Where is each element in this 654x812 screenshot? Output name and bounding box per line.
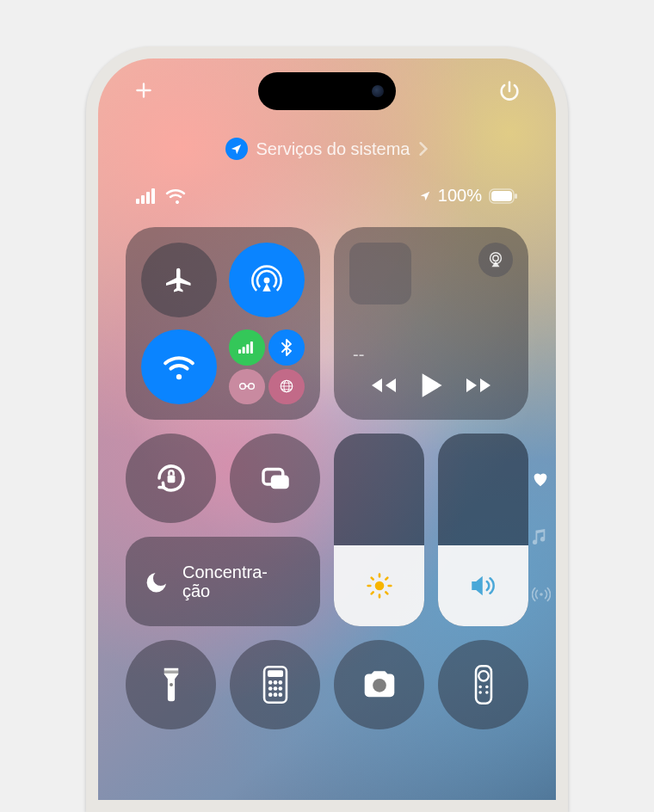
svg-point-8 [176,373,182,378]
now-playing-title: -- [353,345,513,365]
airplay-button[interactable] [478,243,513,277]
svg-point-42 [485,691,489,694]
wifi-toggle[interactable] [141,329,217,404]
cellular-toggle[interactable] [229,329,265,366]
svg-point-29 [278,680,282,685]
svg-rect-21 [270,476,288,489]
camera-icon [361,669,398,700]
vpn-toggle[interactable] [268,369,305,405]
cellular-signal-icon [136,188,158,204]
play-icon [419,372,443,399]
flashlight-button[interactable] [126,640,216,729]
speaker-icon [468,573,499,599]
page-indicator-music[interactable] [532,528,551,545]
screen-mirroring-icon [257,460,293,496]
svg-point-24 [170,683,173,686]
focus-button[interactable]: Concentra- ção [126,537,320,626]
airdrop-toggle[interactable] [229,243,305,317]
svg-rect-12 [250,341,253,354]
location-indicator [225,138,248,160]
airplane-icon [164,265,194,296]
cellular-icon [238,341,256,354]
fast-forward-button[interactable] [465,375,494,396]
svg-point-36 [373,679,386,692]
focus-label: Concentra- ção [182,563,268,600]
hotspot-icon [238,381,256,391]
airplay-icon [486,250,505,269]
page-indicators[interactable] [532,471,551,602]
play-button[interactable] [419,372,443,399]
svg-point-39 [478,686,482,689]
svg-rect-26 [267,670,282,677]
connectivity-module[interactable] [126,227,320,420]
album-art-placeholder [349,243,411,304]
chevron-right-icon [418,141,429,157]
svg-point-28 [273,680,277,685]
airdrop-icon [250,264,283,297]
add-control-button[interactable] [133,79,155,103]
orientation-lock-icon [153,460,189,496]
remote-icon [474,665,493,704]
volume-slider[interactable] [438,434,528,626]
power-icon [497,79,521,103]
svg-rect-0 [136,199,139,204]
svg-point-35 [278,692,282,697]
plus-icon [133,79,155,102]
orientation-lock-toggle[interactable] [126,434,216,523]
personal-hotspot-toggle[interactable] [229,369,265,405]
status-bar: 100% [98,186,556,206]
svg-rect-2 [146,192,150,204]
calculator-button[interactable] [230,640,320,729]
svg-point-14 [249,384,255,390]
calculator-icon [262,666,289,704]
control-center-screen: Serviços do sistema [98,58,556,800]
dynamic-island [258,72,396,110]
svg-rect-9 [238,349,241,354]
svg-point-7 [264,277,270,283]
sun-icon [366,572,393,600]
connectivity-subgrid [229,329,305,404]
system-services-row[interactable]: Serviços do sistema [98,138,556,160]
svg-rect-5 [491,191,512,201]
location-icon [230,143,243,156]
wifi-icon [163,351,195,384]
screen-mirroring-button[interactable] [230,434,320,523]
front-camera-dot [372,85,384,97]
services-label: Serviços do sistema [256,139,410,159]
moon-icon [145,569,170,594]
bluetooth-icon [281,339,293,356]
fast-forward-icon [465,375,494,396]
svg-rect-6 [515,194,517,199]
rewind-button[interactable] [368,375,398,396]
location-arrow-icon [419,190,431,202]
page-indicator-favorites[interactable] [532,471,551,487]
phone-frame: Serviços do sistema [86,46,568,812]
heart-icon [532,471,549,487]
globe-icon [279,378,294,394]
page-indicator-connectivity[interactable] [532,587,551,602]
svg-point-40 [485,686,489,689]
svg-point-27 [268,680,272,685]
wifi-icon [165,188,186,204]
airplane-mode-toggle[interactable] [141,243,217,317]
bluetooth-toggle[interactable] [268,329,305,366]
power-button[interactable] [497,79,521,103]
svg-rect-23 [164,671,178,674]
control-center-grid: -- [126,227,528,729]
svg-point-31 [273,686,277,691]
svg-point-22 [374,581,384,591]
svg-point-34 [273,692,277,697]
camera-button[interactable] [334,640,424,729]
apple-tv-remote-button[interactable] [438,640,528,729]
svg-point-33 [268,692,272,697]
svg-rect-11 [246,344,249,354]
svg-point-18 [493,255,498,261]
svg-rect-3 [151,188,155,204]
svg-rect-19 [167,476,175,483]
media-module[interactable]: -- [334,227,528,420]
svg-point-30 [268,686,272,691]
svg-rect-10 [243,347,245,354]
battery-icon [489,188,518,204]
brightness-slider[interactable] [334,434,424,626]
svg-point-43 [540,593,543,596]
